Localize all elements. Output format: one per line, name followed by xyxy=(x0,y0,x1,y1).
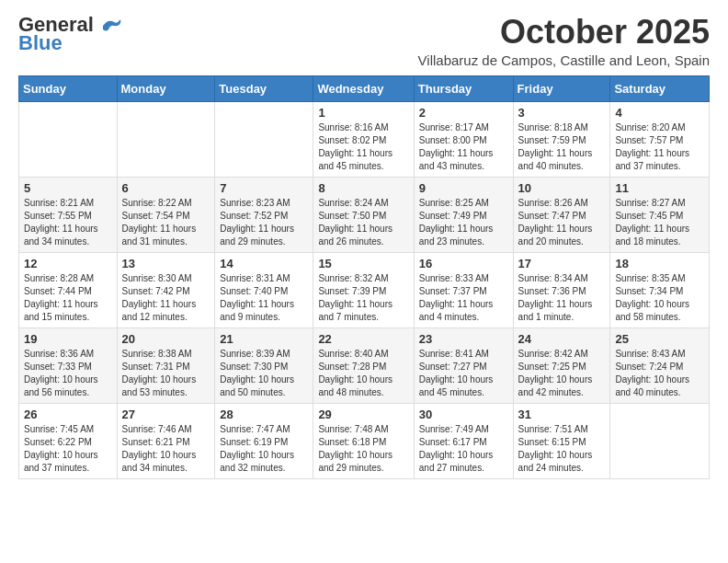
day-number: 9 xyxy=(419,181,508,195)
day-number: 13 xyxy=(122,257,210,270)
day-info: Sunrise: 8:31 AM Sunset: 7:40 PM Dayligh… xyxy=(220,272,308,324)
location-title: Villabaruz de Campos, Castille and Leon,… xyxy=(418,52,710,68)
day-info: Sunrise: 8:21 AM Sunset: 7:55 PM Dayligh… xyxy=(24,197,112,248)
day-number: 17 xyxy=(518,257,606,270)
calendar-cell xyxy=(19,101,118,177)
day-info: Sunrise: 7:51 AM Sunset: 6:15 PM Dayligh… xyxy=(518,423,606,475)
header: General Blue October 2025 Villabaruz de … xyxy=(18,14,710,68)
day-info: Sunrise: 8:22 AM Sunset: 7:54 PM Dayligh… xyxy=(122,197,210,248)
day-number: 11 xyxy=(615,181,704,195)
calendar-cell: 10Sunrise: 8:26 AM Sunset: 7:47 PM Dayli… xyxy=(513,177,610,252)
calendar-cell: 28Sunrise: 7:47 AM Sunset: 6:19 PM Dayli… xyxy=(215,403,313,478)
day-number: 10 xyxy=(518,181,606,195)
calendar-cell: 22Sunrise: 8:40 AM Sunset: 7:28 PM Dayli… xyxy=(313,327,414,403)
calendar-cell: 13Sunrise: 8:30 AM Sunset: 7:42 PM Dayli… xyxy=(117,252,215,327)
day-info: Sunrise: 8:39 AM Sunset: 7:30 PM Dayligh… xyxy=(220,348,308,399)
day-number: 15 xyxy=(318,257,408,270)
day-number: 2 xyxy=(419,106,508,120)
header-tuesday: Tuesday xyxy=(215,75,313,101)
days-header-row: Sunday Monday Tuesday Wednesday Thursday… xyxy=(19,75,710,101)
day-info: Sunrise: 7:45 AM Sunset: 6:22 PM Dayligh… xyxy=(24,423,112,475)
day-info: Sunrise: 8:34 AM Sunset: 7:36 PM Dayligh… xyxy=(518,272,606,324)
day-number: 18 xyxy=(615,257,704,270)
day-info: Sunrise: 8:30 AM Sunset: 7:42 PM Dayligh… xyxy=(122,272,210,324)
calendar-cell: 27Sunrise: 7:46 AM Sunset: 6:21 PM Dayli… xyxy=(117,403,215,478)
calendar-cell xyxy=(610,403,710,478)
day-info: Sunrise: 8:43 AM Sunset: 7:24 PM Dayligh… xyxy=(615,348,704,399)
calendar-cell: 17Sunrise: 8:34 AM Sunset: 7:36 PM Dayli… xyxy=(513,252,610,327)
calendar-cell: 5Sunrise: 8:21 AM Sunset: 7:55 PM Daylig… xyxy=(19,177,118,252)
calendar-cell: 6Sunrise: 8:22 AM Sunset: 7:54 PM Daylig… xyxy=(117,177,215,252)
day-number: 28 xyxy=(220,408,308,421)
day-number: 4 xyxy=(615,106,704,120)
calendar-cell: 26Sunrise: 7:45 AM Sunset: 6:22 PM Dayli… xyxy=(19,403,118,478)
day-number: 12 xyxy=(24,257,112,270)
day-number: 23 xyxy=(419,332,508,346)
calendar-cell: 14Sunrise: 8:31 AM Sunset: 7:40 PM Dayli… xyxy=(215,252,313,327)
header-saturday: Saturday xyxy=(610,75,710,101)
calendar-cell: 1Sunrise: 8:16 AM Sunset: 8:02 PM Daylig… xyxy=(313,101,414,177)
day-number: 14 xyxy=(220,257,308,270)
calendar-week-3: 12Sunrise: 8:28 AM Sunset: 7:44 PM Dayli… xyxy=(19,252,710,327)
day-info: Sunrise: 8:36 AM Sunset: 7:33 PM Dayligh… xyxy=(24,348,112,399)
day-number: 5 xyxy=(24,181,112,195)
header-wednesday: Wednesday xyxy=(313,75,414,101)
day-info: Sunrise: 8:24 AM Sunset: 7:50 PM Dayligh… xyxy=(318,197,408,248)
day-info: Sunrise: 8:16 AM Sunset: 8:02 PM Dayligh… xyxy=(318,121,408,173)
header-sunday: Sunday xyxy=(19,75,118,101)
calendar-cell: 4Sunrise: 8:20 AM Sunset: 7:57 PM Daylig… xyxy=(610,101,710,177)
calendar-cell: 11Sunrise: 8:27 AM Sunset: 7:45 PM Dayli… xyxy=(610,177,710,252)
day-info: Sunrise: 7:49 AM Sunset: 6:17 PM Dayligh… xyxy=(419,423,508,475)
day-number: 30 xyxy=(419,408,508,421)
calendar-cell: 12Sunrise: 8:28 AM Sunset: 7:44 PM Dayli… xyxy=(19,252,118,327)
day-number: 22 xyxy=(318,332,408,346)
day-info: Sunrise: 8:35 AM Sunset: 7:34 PM Dayligh… xyxy=(615,272,704,324)
header-thursday: Thursday xyxy=(414,75,513,101)
title-block: October 2025 Villabaruz de Campos, Casti… xyxy=(418,14,710,68)
day-info: Sunrise: 8:32 AM Sunset: 7:39 PM Dayligh… xyxy=(318,272,408,324)
header-friday: Friday xyxy=(513,75,610,101)
day-info: Sunrise: 8:28 AM Sunset: 7:44 PM Dayligh… xyxy=(24,272,112,324)
day-info: Sunrise: 7:48 AM Sunset: 6:18 PM Dayligh… xyxy=(318,423,408,475)
logo: General Blue xyxy=(18,14,121,54)
calendar-cell: 25Sunrise: 8:43 AM Sunset: 7:24 PM Dayli… xyxy=(610,327,710,403)
day-number: 3 xyxy=(518,106,606,120)
calendar-cell xyxy=(117,101,215,177)
calendar-cell: 23Sunrise: 8:41 AM Sunset: 7:27 PM Dayli… xyxy=(414,327,513,403)
calendar-cell: 15Sunrise: 8:32 AM Sunset: 7:39 PM Dayli… xyxy=(313,252,414,327)
day-info: Sunrise: 8:33 AM Sunset: 7:37 PM Dayligh… xyxy=(419,272,508,324)
calendar-cell: 8Sunrise: 8:24 AM Sunset: 7:50 PM Daylig… xyxy=(313,177,414,252)
day-number: 24 xyxy=(518,332,606,346)
calendar-cell xyxy=(215,101,313,177)
calendar-cell: 7Sunrise: 8:23 AM Sunset: 7:52 PM Daylig… xyxy=(215,177,313,252)
calendar-cell: 24Sunrise: 8:42 AM Sunset: 7:25 PM Dayli… xyxy=(513,327,610,403)
day-info: Sunrise: 8:17 AM Sunset: 8:00 PM Dayligh… xyxy=(419,121,508,173)
month-title: October 2025 xyxy=(418,14,710,51)
day-number: 6 xyxy=(122,181,210,195)
day-info: Sunrise: 8:26 AM Sunset: 7:47 PM Dayligh… xyxy=(518,197,606,248)
day-number: 26 xyxy=(24,408,112,421)
calendar-week-4: 19Sunrise: 8:36 AM Sunset: 7:33 PM Dayli… xyxy=(19,327,710,403)
calendar-week-5: 26Sunrise: 7:45 AM Sunset: 6:22 PM Dayli… xyxy=(19,403,710,478)
header-monday: Monday xyxy=(117,75,215,101)
calendar-cell: 3Sunrise: 8:18 AM Sunset: 7:59 PM Daylig… xyxy=(513,101,610,177)
calendar-cell: 9Sunrise: 8:25 AM Sunset: 7:49 PM Daylig… xyxy=(414,177,513,252)
calendar-cell: 19Sunrise: 8:36 AM Sunset: 7:33 PM Dayli… xyxy=(19,327,118,403)
logo-blue: Blue xyxy=(18,32,63,54)
logo-bird-icon xyxy=(101,18,121,33)
day-number: 19 xyxy=(24,332,112,346)
calendar-cell: 30Sunrise: 7:49 AM Sunset: 6:17 PM Dayli… xyxy=(414,403,513,478)
day-info: Sunrise: 8:23 AM Sunset: 7:52 PM Dayligh… xyxy=(220,197,308,248)
day-info: Sunrise: 8:18 AM Sunset: 7:59 PM Dayligh… xyxy=(518,121,606,173)
day-info: Sunrise: 7:47 AM Sunset: 6:19 PM Dayligh… xyxy=(220,423,308,475)
calendar-cell: 21Sunrise: 8:39 AM Sunset: 7:30 PM Dayli… xyxy=(215,327,313,403)
calendar-cell: 18Sunrise: 8:35 AM Sunset: 7:34 PM Dayli… xyxy=(610,252,710,327)
day-number: 29 xyxy=(318,408,408,421)
day-number: 27 xyxy=(122,408,210,421)
day-number: 8 xyxy=(318,181,408,195)
day-info: Sunrise: 8:25 AM Sunset: 7:49 PM Dayligh… xyxy=(419,197,508,248)
day-info: Sunrise: 8:38 AM Sunset: 7:31 PM Dayligh… xyxy=(122,348,210,399)
calendar-week-2: 5Sunrise: 8:21 AM Sunset: 7:55 PM Daylig… xyxy=(19,177,710,252)
day-number: 21 xyxy=(220,332,308,346)
calendar: Sunday Monday Tuesday Wednesday Thursday… xyxy=(18,75,710,479)
